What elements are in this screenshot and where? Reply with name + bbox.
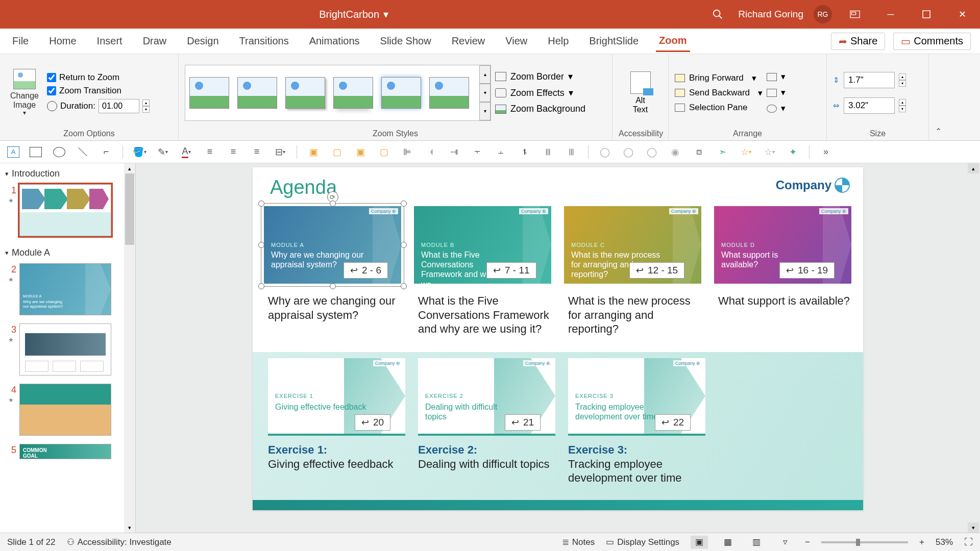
tab-animations[interactable]: Animations	[306, 31, 363, 51]
align-objects-center-icon[interactable]: ⫞	[424, 145, 438, 159]
thumbnail-scrollbar[interactable]: ▴ ▾	[124, 163, 135, 533]
ellipse-icon[interactable]	[52, 145, 66, 159]
alt-text-button[interactable]: Alt Text	[625, 71, 656, 114]
preview-animation-icon[interactable]: ✦	[786, 145, 800, 159]
align-objects-right-icon[interactable]: ⫣	[447, 145, 461, 159]
zoom-effects-button[interactable]: Zoom Effects▾	[495, 87, 585, 98]
resize-handle-s[interactable]	[330, 283, 336, 289]
fill-icon[interactable]: 🪣▾	[132, 145, 146, 159]
tab-view[interactable]: View	[502, 31, 530, 51]
editor-scrollbar[interactable]: ▴ ▾	[968, 163, 979, 533]
scroll-up-icon[interactable]: ▴	[124, 163, 135, 173]
tab-draw[interactable]: Draw	[140, 31, 170, 51]
thumbnail-slide-3[interactable]: 3★	[0, 321, 135, 382]
animation-painter-icon[interactable]: ➣	[715, 145, 729, 159]
zoom-out-button[interactable]: −	[805, 537, 810, 547]
resize-handle-ne[interactable]	[401, 201, 407, 207]
zoom-percent[interactable]: 53%	[936, 537, 953, 547]
merge-combine-icon[interactable]: ◯	[621, 145, 635, 159]
zoom-slider[interactable]	[821, 541, 908, 543]
zoom-knob[interactable]	[856, 539, 860, 546]
zoom-range-badge-d[interactable]: ↩16 - 19	[779, 262, 835, 279]
style-preset-5[interactable]	[381, 77, 421, 109]
align-button[interactable]: ▾	[767, 71, 786, 82]
zoom-transition-checkbox[interactable]: Zoom Transition	[47, 86, 150, 96]
thumbnail-slide-1[interactable]: 1★	[0, 182, 135, 242]
doc-dropdown-icon[interactable]: ▾	[383, 8, 388, 20]
slideshow-view-icon[interactable]: ▿	[776, 536, 794, 549]
zoom-range-badge-a[interactable]: ↩2 - 6	[344, 262, 388, 279]
normal-view-icon[interactable]: ▣	[691, 536, 708, 549]
zoom-border-button[interactable]: Zoom Border▾	[495, 71, 585, 82]
zoom-range-badge-e2[interactable]: ↩21	[505, 414, 541, 431]
sorter-view-icon[interactable]: ▦	[719, 536, 737, 549]
gallery-up-icon[interactable]: ▴	[479, 65, 491, 84]
return-to-zoom-checkbox[interactable]: Return to Zoom	[47, 72, 150, 83]
slide-canvas[interactable]: Agenda Company Company ⊛ MODULE A Why ar…	[253, 167, 863, 510]
slide-counter[interactable]: Slide 1 of 22	[7, 537, 56, 547]
add-animation-icon[interactable]: ☆▾	[739, 145, 753, 159]
tab-file[interactable]: File	[9, 31, 32, 51]
line-icon[interactable]	[76, 145, 90, 159]
zoom-background-button[interactable]: Zoom Background	[495, 104, 585, 114]
zoom-range-badge-c[interactable]: ↩12 - 15	[629, 262, 684, 279]
group-button[interactable]: ▾	[767, 87, 786, 98]
zoom-range-badge-e1[interactable]: ↩20	[355, 414, 390, 431]
fit-to-window-icon[interactable]: ⛶	[964, 537, 973, 547]
align-objects-middle-icon[interactable]: ⫠	[494, 145, 508, 159]
rectangle-icon[interactable]	[29, 145, 43, 159]
animation-icon[interactable]: ☆▾	[762, 145, 776, 159]
tab-insert[interactable]: Insert	[94, 31, 126, 51]
scroll-down-icon[interactable]: ▾	[124, 522, 135, 533]
resize-handle-sw[interactable]	[258, 283, 264, 289]
crop-icon[interactable]: ⧈	[692, 145, 706, 159]
elbow-icon[interactable]: ⌐	[99, 145, 113, 159]
style-preset-6[interactable]	[429, 77, 469, 109]
minimize-icon[interactable]: ─	[878, 4, 903, 24]
accessibility-status[interactable]: ⚇ Accessibility: Investigate	[67, 537, 172, 547]
vertical-align-icon[interactable]: ⊟▾	[273, 145, 287, 159]
align-objects-left-icon[interactable]: ⊫	[400, 145, 414, 159]
maximize-icon[interactable]	[914, 4, 939, 24]
ribbon-display-icon[interactable]	[842, 4, 868, 24]
tab-zoom[interactable]: Zoom	[656, 31, 690, 52]
zoom-styles-gallery[interactable]: ▴ ▾ ▾	[185, 65, 491, 121]
section-module-a[interactable]: Module A	[0, 242, 135, 261]
align-right-icon[interactable]: ≡	[250, 145, 264, 159]
zoom-in-button[interactable]: +	[919, 537, 924, 547]
collapse-ribbon-icon[interactable]: ⌃	[929, 54, 947, 140]
section-introduction[interactable]: Introduction	[0, 163, 135, 182]
bring-forward-icon[interactable]: ▣	[353, 145, 368, 159]
align-left-icon[interactable]: ≡	[203, 145, 217, 159]
height-field[interactable]: 1.7"	[844, 72, 895, 88]
tab-home[interactable]: Home	[46, 31, 79, 51]
display-settings-button[interactable]: ▭Display Settings	[606, 537, 679, 547]
outline-icon[interactable]: ✎▾	[156, 145, 170, 159]
zoom-range-badge-e3[interactable]: ↩22	[655, 414, 691, 431]
zoom-range-badge-b[interactable]: ↩7 - 11	[486, 262, 536, 279]
width-field[interactable]: 3.02"	[844, 97, 895, 114]
distribute-h-icon[interactable]: ⫼	[541, 145, 555, 159]
tab-design[interactable]: Design	[184, 31, 222, 51]
reading-view-icon[interactable]: ▥	[748, 536, 765, 549]
qat-overflow-icon[interactable]: »	[819, 145, 833, 159]
thumbnail-slide-5[interactable]: 5 COMMONGOAL	[0, 442, 135, 465]
textbox-icon[interactable]: A	[7, 146, 19, 158]
scroll-up-icon[interactable]: ▴	[968, 163, 979, 173]
style-preset-2[interactable]	[237, 77, 277, 109]
user-avatar[interactable]: RG	[814, 5, 832, 23]
comments-button[interactable]: ▭ Comments	[893, 33, 971, 50]
merge-fragment-icon[interactable]: ◯	[645, 145, 659, 159]
change-image-button[interactable]: Change Image ▾	[6, 69, 43, 116]
selection-pane-button[interactable]: Selection Pane	[675, 103, 763, 113]
tab-transitions[interactable]: Transitions	[236, 31, 292, 51]
share-button[interactable]: ➦ Share	[831, 33, 885, 50]
align-objects-bottom-icon[interactable]: ⫮	[518, 145, 532, 159]
bring-forward-button[interactable]: Bring Forward▾	[675, 73, 763, 84]
notes-button[interactable]: ≣Notes	[562, 537, 595, 547]
gallery-down-icon[interactable]: ▾	[479, 84, 491, 102]
bring-front-icon[interactable]: ▣	[306, 145, 321, 159]
scroll-handle[interactable]	[125, 173, 134, 245]
height-spinner[interactable]: ▴▾	[899, 73, 906, 87]
tab-help[interactable]: Help	[545, 31, 572, 51]
